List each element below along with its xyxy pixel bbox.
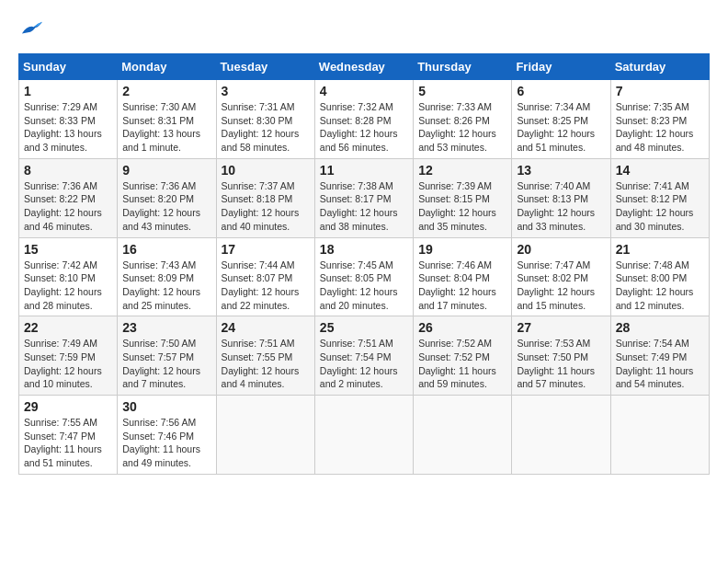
day-info: Sunrise: 7:29 AMSunset: 8:33 PMDaylight:… [24, 100, 112, 155]
calendar-cell [512, 396, 610, 475]
day-number: 1 [24, 84, 112, 98]
weekday-header: Saturday [610, 54, 709, 80]
day-info: Sunrise: 7:35 AMSunset: 8:23 PMDaylight:… [616, 100, 704, 155]
day-info: Sunrise: 7:37 AMSunset: 8:18 PMDaylight:… [222, 179, 310, 234]
calendar-week-row: 15 Sunrise: 7:42 AMSunset: 8:10 PMDaylig… [19, 237, 710, 316]
day-info: Sunrise: 7:33 AMSunset: 8:26 PMDaylight:… [418, 100, 506, 155]
day-number: 2 [122, 84, 210, 98]
day-number: 6 [517, 84, 605, 98]
calendar-week-row: 29 Sunrise: 7:55 AMSunset: 7:47 PMDaylig… [19, 396, 710, 475]
calendar-header-row: SundayMondayTuesdayWednesdayThursdayFrid… [19, 54, 710, 80]
weekday-header: Thursday [414, 54, 512, 80]
calendar-cell: 9 Sunrise: 7:36 AMSunset: 8:20 PMDayligh… [118, 158, 216, 237]
calendar-table: SundayMondayTuesdayWednesdayThursdayFrid… [18, 53, 710, 475]
day-info: Sunrise: 7:42 AMSunset: 8:10 PMDaylight:… [24, 259, 112, 313]
day-number: 21 [616, 242, 704, 257]
day-info: Sunrise: 7:47 AMSunset: 8:02 PMDaylight:… [517, 259, 605, 313]
day-info: Sunrise: 7:31 AMSunset: 8:30 PMDaylight:… [222, 100, 310, 155]
day-info: Sunrise: 7:52 AMSunset: 7:52 PMDaylight:… [418, 337, 506, 391]
day-info: Sunrise: 7:51 AMSunset: 7:55 PMDaylight:… [222, 337, 310, 391]
day-number: 23 [122, 320, 210, 335]
calendar-cell: 14 Sunrise: 7:41 AMSunset: 8:12 PMDaylig… [610, 158, 709, 237]
day-number: 8 [24, 163, 112, 178]
day-number: 22 [24, 320, 112, 335]
day-number: 3 [222, 84, 310, 98]
day-number: 28 [616, 320, 704, 335]
day-info: Sunrise: 7:38 AMSunset: 8:17 PMDaylight:… [320, 179, 408, 234]
calendar-cell: 11 Sunrise: 7:38 AMSunset: 8:17 PMDaylig… [314, 158, 413, 237]
calendar-cell: 23 Sunrise: 7:50 AMSunset: 7:57 PMDaylig… [118, 316, 216, 396]
weekday-header: Wednesday [314, 54, 413, 80]
calendar-cell [314, 396, 413, 475]
calendar-cell: 16 Sunrise: 7:43 AMSunset: 8:09 PMDaylig… [118, 237, 216, 316]
calendar-cell: 27 Sunrise: 7:53 AMSunset: 7:50 PMDaylig… [512, 316, 610, 396]
calendar-cell: 18 Sunrise: 7:45 AMSunset: 8:05 PMDaylig… [314, 237, 413, 316]
calendar-cell: 22 Sunrise: 7:49 AMSunset: 7:59 PMDaylig… [19, 316, 118, 396]
weekday-header: Tuesday [216, 54, 314, 80]
day-number: 24 [222, 320, 310, 335]
calendar-cell: 30 Sunrise: 7:56 AMSunset: 7:46 PMDaylig… [118, 396, 216, 475]
calendar-cell: 19 Sunrise: 7:46 AMSunset: 8:04 PMDaylig… [414, 237, 512, 316]
day-number: 14 [616, 163, 704, 178]
day-number: 19 [418, 242, 506, 257]
day-number: 26 [418, 320, 506, 335]
day-info: Sunrise: 7:54 AMSunset: 7:49 PMDaylight:… [616, 337, 704, 391]
day-info: Sunrise: 7:53 AMSunset: 7:50 PMDaylight:… [517, 337, 605, 391]
calendar-cell: 29 Sunrise: 7:55 AMSunset: 7:47 PMDaylig… [19, 396, 118, 475]
day-number: 16 [122, 242, 210, 257]
day-number: 17 [222, 242, 310, 257]
calendar-cell: 24 Sunrise: 7:51 AMSunset: 7:55 PMDaylig… [216, 316, 314, 396]
day-number: 15 [24, 242, 112, 257]
day-number: 5 [418, 84, 506, 98]
weekday-header: Friday [512, 54, 610, 80]
day-info: Sunrise: 7:51 AMSunset: 7:54 PMDaylight:… [320, 337, 408, 391]
calendar-week-row: 1 Sunrise: 7:29 AMSunset: 8:33 PMDayligh… [19, 80, 710, 159]
calendar-week-row: 22 Sunrise: 7:49 AMSunset: 7:59 PMDaylig… [19, 316, 710, 396]
calendar-cell: 4 Sunrise: 7:32 AMSunset: 8:28 PMDayligh… [314, 80, 413, 159]
day-info: Sunrise: 7:43 AMSunset: 8:09 PMDaylight:… [122, 259, 210, 313]
day-number: 27 [517, 320, 605, 335]
day-info: Sunrise: 7:36 AMSunset: 8:22 PMDaylight:… [24, 179, 112, 234]
calendar-cell: 26 Sunrise: 7:52 AMSunset: 7:52 PMDaylig… [414, 316, 512, 396]
day-info: Sunrise: 7:30 AMSunset: 8:31 PMDaylight:… [122, 100, 210, 155]
day-number: 30 [122, 399, 210, 414]
day-info: Sunrise: 7:40 AMSunset: 8:13 PMDaylight:… [517, 179, 605, 234]
day-number: 7 [616, 84, 704, 98]
calendar-cell: 20 Sunrise: 7:47 AMSunset: 8:02 PMDaylig… [512, 237, 610, 316]
calendar-cell: 5 Sunrise: 7:33 AMSunset: 8:26 PMDayligh… [414, 80, 512, 159]
calendar-cell: 2 Sunrise: 7:30 AMSunset: 8:31 PMDayligh… [118, 80, 216, 159]
calendar-cell: 17 Sunrise: 7:44 AMSunset: 8:07 PMDaylig… [216, 237, 314, 316]
calendar-cell: 12 Sunrise: 7:39 AMSunset: 8:15 PMDaylig… [414, 158, 512, 237]
calendar-cell: 3 Sunrise: 7:31 AMSunset: 8:30 PMDayligh… [216, 80, 314, 159]
day-info: Sunrise: 7:55 AMSunset: 7:47 PMDaylight:… [24, 416, 112, 470]
day-info: Sunrise: 7:44 AMSunset: 8:07 PMDaylight:… [222, 259, 310, 313]
day-number: 4 [320, 84, 408, 98]
day-info: Sunrise: 7:36 AMSunset: 8:20 PMDaylight:… [122, 179, 210, 234]
day-info: Sunrise: 7:32 AMSunset: 8:28 PMDaylight:… [320, 100, 408, 155]
day-number: 25 [320, 320, 408, 335]
logo [18, 18, 48, 39]
day-info: Sunrise: 7:34 AMSunset: 8:25 PMDaylight:… [517, 100, 605, 155]
logo-icon [18, 18, 44, 39]
day-number: 13 [517, 163, 605, 178]
calendar-cell: 6 Sunrise: 7:34 AMSunset: 8:25 PMDayligh… [512, 80, 610, 159]
day-number: 9 [122, 163, 210, 178]
weekday-header: Monday [118, 54, 216, 80]
day-number: 29 [24, 399, 112, 414]
calendar-cell: 21 Sunrise: 7:48 AMSunset: 8:00 PMDaylig… [610, 237, 709, 316]
day-info: Sunrise: 7:46 AMSunset: 8:04 PMDaylight:… [418, 259, 506, 313]
calendar-cell: 1 Sunrise: 7:29 AMSunset: 8:33 PMDayligh… [19, 80, 118, 159]
calendar-cell [414, 396, 512, 475]
calendar-cell: 10 Sunrise: 7:37 AMSunset: 8:18 PMDaylig… [216, 158, 314, 237]
calendar-cell: 28 Sunrise: 7:54 AMSunset: 7:49 PMDaylig… [610, 316, 709, 396]
calendar-cell: 7 Sunrise: 7:35 AMSunset: 8:23 PMDayligh… [610, 80, 709, 159]
day-info: Sunrise: 7:45 AMSunset: 8:05 PMDaylight:… [320, 259, 408, 313]
calendar-cell [610, 396, 709, 475]
day-number: 20 [517, 242, 605, 257]
calendar-cell: 15 Sunrise: 7:42 AMSunset: 8:10 PMDaylig… [19, 237, 118, 316]
day-info: Sunrise: 7:50 AMSunset: 7:57 PMDaylight:… [122, 337, 210, 391]
day-info: Sunrise: 7:41 AMSunset: 8:12 PMDaylight:… [616, 179, 704, 234]
page-header [18, 18, 710, 39]
calendar-cell: 13 Sunrise: 7:40 AMSunset: 8:13 PMDaylig… [512, 158, 610, 237]
day-number: 18 [320, 242, 408, 257]
